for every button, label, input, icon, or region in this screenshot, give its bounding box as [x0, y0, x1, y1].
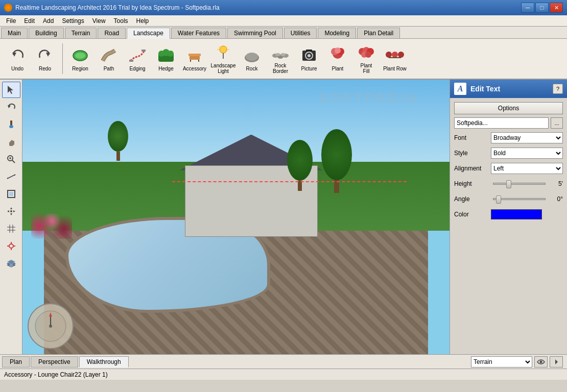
- window-title: Realtime Landscaping Architect 2016 Tria…: [15, 4, 220, 11]
- undo-side-button[interactable]: [2, 99, 20, 115]
- accessory-button[interactable]: Accessory: [181, 42, 208, 76]
- svg-point-29: [308, 54, 311, 57]
- edit-text-icon: A: [454, 83, 466, 95]
- color-swatch[interactable]: [491, 209, 542, 219]
- tree-trunk-1: [298, 181, 302, 191]
- help-button[interactable]: ?: [553, 84, 563, 94]
- tab-modeling[interactable]: Modeling: [318, 28, 356, 38]
- restore-button[interactable]: □: [535, 3, 549, 13]
- tree-1: [287, 140, 313, 191]
- close-button[interactable]: ✕: [550, 3, 563, 13]
- tab-plan[interactable]: Plan: [2, 356, 30, 368]
- style-row: Style Bold Regular Italic Bold Italic: [454, 147, 563, 159]
- hedge-label: Hedge: [158, 66, 173, 71]
- rock-label: Rock: [246, 66, 258, 71]
- titlebar-controls: ─ □ ✕: [521, 3, 563, 13]
- plant-fill-label: PlantFill: [361, 63, 372, 74]
- panel-header: A Edit Text ?: [450, 80, 567, 98]
- terrain-select[interactable]: Terrain Layer 1 Layer 2: [471, 356, 532, 368]
- pan-tool-button[interactable]: [2, 203, 20, 219]
- tab-main[interactable]: Main: [1, 28, 28, 38]
- edging-button[interactable]: Edging: [124, 42, 151, 76]
- menu-edit[interactable]: Edit: [20, 16, 39, 26]
- picture-button[interactable]: Picture: [296, 42, 322, 76]
- rock-button[interactable]: Rock: [239, 42, 265, 76]
- color-label: Color: [454, 211, 491, 218]
- svg-point-14: [220, 46, 227, 53]
- redo-button[interactable]: Redo: [32, 42, 58, 76]
- svg-line-18: [219, 46, 221, 48]
- menu-tools[interactable]: Tools: [110, 16, 132, 26]
- svg-point-40: [386, 52, 392, 58]
- paint-tool-button[interactable]: [2, 116, 20, 133]
- hedge-button[interactable]: Hedge: [153, 42, 179, 76]
- menu-add[interactable]: Add: [39, 16, 58, 26]
- tab-walkthrough[interactable]: Walkthrough: [79, 356, 129, 368]
- undo-icon: [8, 46, 27, 65]
- menu-view[interactable]: View: [88, 16, 110, 26]
- tab-terrain[interactable]: Terrain: [65, 28, 97, 38]
- tree-top-1: [287, 140, 313, 181]
- svg-rect-11: [188, 54, 201, 56]
- canvas-area[interactable]: SOFTPEDIA: [22, 80, 450, 354]
- text-input[interactable]: [454, 117, 549, 129]
- plant-fill-button[interactable]: PlantFill: [353, 42, 380, 76]
- font-select[interactable]: Broadway Arial Times New Roman Verdana: [491, 132, 563, 143]
- redo-icon: [36, 46, 54, 65]
- landscape-light-button[interactable]: LandscapeLight: [210, 42, 237, 76]
- svg-rect-51: [13, 141, 14, 145]
- alignment-row: Alignment Left Center Right: [454, 162, 563, 175]
- plant-button[interactable]: Plant: [324, 42, 351, 76]
- selection-line: [172, 181, 407, 182]
- undo-button[interactable]: Undo: [4, 42, 31, 76]
- menu-settings[interactable]: Settings: [58, 16, 88, 26]
- menu-file[interactable]: File: [2, 16, 20, 26]
- alignment-select[interactable]: Left Center Right: [491, 163, 563, 174]
- svg-marker-78: [7, 265, 15, 267]
- tab-road[interactable]: Road: [98, 28, 126, 38]
- terrain-visibility-button[interactable]: [534, 356, 548, 368]
- zoom-tool-button[interactable]: [2, 151, 20, 167]
- menu-help[interactable]: Help: [132, 16, 153, 26]
- tab-building[interactable]: Building: [29, 28, 64, 38]
- tab-landscape[interactable]: Landscape: [127, 28, 170, 39]
- tab-plan-detail[interactable]: Plan Detail: [357, 28, 400, 38]
- layers-tool-button[interactable]: [2, 255, 20, 272]
- measure-tool-button[interactable]: [2, 168, 20, 185]
- grid-tool-button[interactable]: [2, 220, 20, 237]
- region-button[interactable]: Region: [67, 42, 93, 76]
- minimize-button[interactable]: ─: [521, 3, 534, 13]
- picture-label: Picture: [301, 66, 317, 71]
- font-label: Font: [454, 134, 491, 141]
- region-icon: [71, 46, 89, 65]
- snap-tool-button[interactable]: [2, 238, 20, 254]
- svg-marker-45: [8, 105, 11, 108]
- svg-point-21: [246, 53, 258, 61]
- angle-slider-thumb[interactable]: [496, 195, 501, 204]
- plant-row-button[interactable]: Plant Row: [382, 42, 408, 76]
- rock-border-icon: [271, 43, 290, 62]
- landscape-light-label: LandscapeLight: [211, 63, 236, 74]
- terrain-menu-button[interactable]: [550, 356, 563, 368]
- path-button[interactable]: Path: [96, 42, 122, 76]
- select-tool-button[interactable]: [2, 82, 20, 98]
- rock-border-button[interactable]: RockBorder: [267, 42, 294, 76]
- angle-slider-track[interactable]: [493, 198, 546, 200]
- plant-row-label: Plant Row: [383, 66, 407, 71]
- height-row: Height 5': [454, 178, 563, 190]
- height-slider-thumb[interactable]: [506, 180, 511, 188]
- tab-perspective[interactable]: Perspective: [31, 356, 78, 368]
- fit-view-button[interactable]: [2, 186, 20, 202]
- hand-tool-button[interactable]: [2, 134, 20, 150]
- browse-button[interactable]: ...: [551, 117, 563, 129]
- tab-utilities[interactable]: Utilities: [284, 28, 317, 38]
- tab-swimming-pool[interactable]: Swimming Pool: [227, 28, 283, 38]
- svg-line-19: [226, 46, 227, 48]
- undo-label: Undo: [11, 66, 23, 71]
- options-button[interactable]: Options: [454, 102, 563, 114]
- style-select[interactable]: Bold Regular Italic Bold Italic: [491, 148, 563, 159]
- height-slider-track[interactable]: [493, 183, 546, 185]
- svg-point-71: [9, 244, 13, 248]
- svg-rect-52: [9, 142, 13, 146]
- tab-water-features[interactable]: Water Features: [171, 28, 226, 38]
